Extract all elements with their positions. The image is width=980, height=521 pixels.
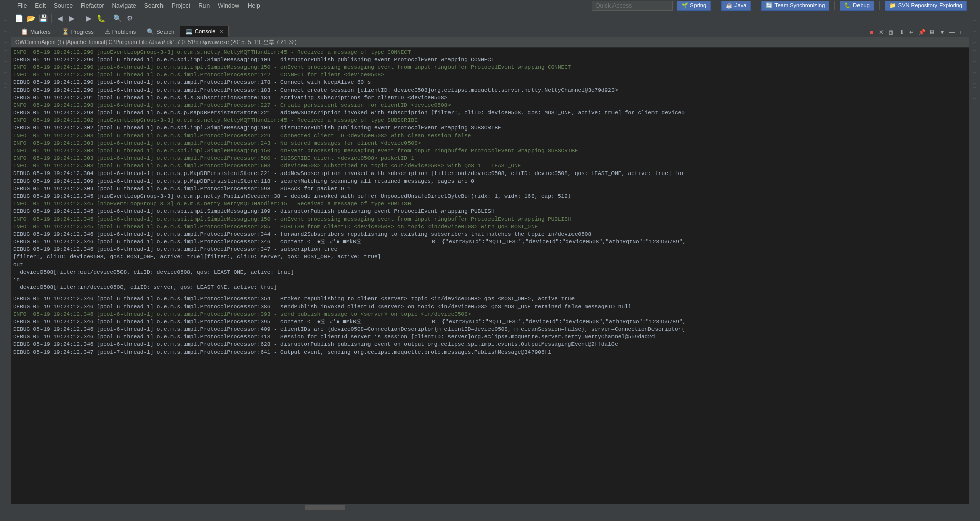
console-maximize-btn[interactable]: □: [958, 28, 967, 37]
tab-progress[interactable]: ⏳ Progress: [56, 26, 99, 37]
toolbar-btn-new[interactable]: 📄: [13, 13, 24, 24]
console-lines: INFO 05-19 19:24:12.290 [nioEventLoopGro…: [13, 49, 967, 356]
log-line: [filter:, cliID: device0508, qos: MOST_O…: [13, 253, 967, 261]
console-pin-btn[interactable]: 📌: [917, 28, 926, 37]
log-line: device0508[filter:out/device0508, cliID:…: [13, 269, 967, 276]
console-stop-btn[interactable]: ■: [867, 28, 876, 37]
horizontal-scrollbar[interactable]: [11, 504, 969, 510]
log-line: DEBUG 05-19 19:24:12.346 [pool-6-thread-…: [13, 303, 967, 311]
perspective-debug[interactable]: 🐛 Debug: [840, 1, 874, 11]
log-line: DEBUG 05-19 19:24:12.309 [pool-6-thread-…: [13, 178, 967, 185]
sidebar-icon-7[interactable]: ⬚: [1, 80, 11, 90]
log-line: DEBUG 05-19 19:24:12.346 [pool-6-thread-…: [13, 246, 967, 253]
toolbar-sep-1: [51, 14, 52, 23]
right-sidebar-icon-2[interactable]: ⬚: [970, 24, 980, 34]
console-icon: 💻: [185, 28, 193, 35]
console-scroll-btn[interactable]: ⬇: [897, 28, 906, 37]
sidebar-icon-6[interactable]: ⬚: [1, 69, 11, 79]
tab-console[interactable]: 💻 Console ✕: [180, 26, 229, 37]
log-line: DEBUG 05-19 19:24:12.346 [pool-6-thread-…: [13, 318, 967, 326]
log-line: INFO 05-19 19:24:12.345 [pool-6-thread-1…: [13, 215, 967, 223]
right-sidebar-icon-3[interactable]: ⬚: [970, 35, 980, 46]
tab-search[interactable]: 🔍 Search: [141, 26, 180, 37]
perspective-team-sync[interactable]: 🔄 Team Synchronizing: [761, 1, 829, 11]
log-line: DEBUG 05-19 19:24:12.346 [pool-6-thread-…: [13, 341, 967, 349]
log-line: DEBUG 05-19 19:24:12.290 [pool-6-thread-…: [13, 86, 967, 94]
right-sidebar-icon-7[interactable]: ⬚: [970, 80, 980, 90]
log-line: DEBUG 05-19 19:24:12.345 [nioEventLoopGr…: [13, 193, 967, 200]
menu-file[interactable]: File: [13, 1, 31, 10]
toolbar-btn-search[interactable]: 🔍: [112, 13, 123, 24]
tab-problems-label: Problems: [112, 29, 136, 35]
right-sidebar-icon-4[interactable]: ⬚: [970, 47, 980, 57]
log-line: INFO 05-19 19:24:12.303 [pool-6-thread-1…: [13, 147, 967, 155]
tabs-bar: 📋 Markers ⏳ Progress ⚠ Problems 🔍 Search…: [11, 25, 969, 37]
log-line: DEBUG 05-19 19:24:12.291 [pool-6-thread-…: [13, 94, 967, 102]
tab-console-label: Console: [195, 28, 215, 34]
toolbar-btn-settings[interactable]: ⚙: [124, 13, 135, 24]
perspective-spring[interactable]: 🌱 Spring: [677, 1, 711, 11]
progress-icon: ⏳: [62, 28, 69, 35]
sidebar-icon-1[interactable]: ⬚: [1, 13, 11, 23]
console-minimize-btn[interactable]: —: [948, 28, 957, 37]
sidebar-icon-2[interactable]: ⬚: [1, 24, 11, 34]
log-line: INFO 05-19 19:24:12.345 [pool-6-thread-1…: [13, 223, 967, 231]
toolbar-btn-forward[interactable]: ▶: [66, 13, 77, 24]
log-line: INFO 05-19 19:24:12.303 [pool-6-thread-1…: [13, 155, 967, 162]
window-title-bar: GWCommAgent (1) [Apache Tomcat] C:\Progr…: [11, 37, 969, 48]
sidebar-icon-5[interactable]: ⬚: [1, 58, 11, 68]
toolbar-btn-back[interactable]: ◀: [54, 13, 65, 24]
toolbar-btn-open[interactable]: 📂: [25, 13, 36, 24]
console-terminate-btn[interactable]: ✕: [877, 28, 886, 37]
perspective-svn[interactable]: 📁 SVN Repository Exploring: [885, 1, 967, 11]
menu-help[interactable]: Help: [243, 1, 264, 10]
tab-problems[interactable]: ⚠ Problems: [99, 26, 141, 37]
left-sidebar: ⬚ ⬚ ⬚ ⬚ ⬚ ⬚ ⬚: [0, 11, 11, 521]
perspective-separator-2: [756, 1, 756, 10]
log-line: DEBUG 05-19 19:24:12.302 [pool-6-thread-…: [13, 124, 967, 132]
log-line: INFO 05-19 19:24:12.345 [nioEventLoopGro…: [13, 200, 967, 208]
right-sidebar: ⬚ ⬚ ⬚ ⬚ ⬚ ⬚ ⬚ ⬚: [969, 11, 980, 521]
tab-markers-label: Markers: [30, 29, 51, 35]
toolbar-btn-save[interactable]: 💾: [37, 13, 49, 24]
console-open-console-btn[interactable]: 🖥: [927, 28, 936, 37]
menu-navigate[interactable]: Navigate: [108, 1, 140, 10]
log-line: DEBUG 05-19 19:24:12.346 [pool-6-thread-…: [13, 231, 967, 238]
console-menu-btn[interactable]: ▾: [937, 28, 947, 37]
sidebar-icon-3[interactable]: ⬚: [1, 35, 11, 46]
console-output-area[interactable]: INFO 05-19 19:24:12.290 [nioEventLoopGro…: [11, 48, 969, 509]
toolbar: 📄 📂 💾 ◀ ▶ ▶ 🐛 🔍 ⚙: [11, 11, 969, 25]
right-sidebar-icon-6[interactable]: ⬚: [970, 69, 980, 79]
perspective-separator: [716, 1, 716, 10]
menu-window[interactable]: Window: [214, 1, 243, 10]
menu-edit[interactable]: Edit: [31, 1, 50, 10]
log-line: INFO 05-19 19:24:12.303 [pool-6-thread-1…: [13, 162, 967, 170]
log-line: DEBUG 05-19 19:24:12.309 [pool-6-thread-…: [13, 185, 967, 193]
menu-refactor[interactable]: Refactor: [77, 1, 108, 10]
toolbar-btn-run[interactable]: ▶: [83, 13, 94, 24]
toolbar-sep-3: [109, 14, 109, 23]
log-line: DEBUG 05-19 19:24:12.347 [pool-7-thread-…: [13, 349, 967, 356]
menu-run[interactable]: Run: [194, 1, 214, 10]
console-word-wrap-btn[interactable]: ↵: [907, 28, 916, 37]
right-sidebar-icon-8[interactable]: ⬚: [970, 91, 980, 101]
tab-console-close[interactable]: ✕: [219, 29, 223, 34]
sidebar-icon-4[interactable]: ⬚: [1, 47, 11, 57]
log-line: DEBUG 05-19 19:24:12.304 [pool-6-thread-…: [13, 170, 967, 178]
tab-markers[interactable]: 📋 Markers: [15, 26, 56, 37]
quick-access-input[interactable]: [592, 1, 673, 11]
main-content: File Edit Source Refactor Navigate Searc…: [11, 0, 969, 509]
menu-search[interactable]: Search: [140, 1, 168, 10]
toolbar-btn-debug-run[interactable]: 🐛: [95, 13, 106, 24]
log-line: INFO 05-19 19:24:12.303 [pool-6-thread-1…: [13, 140, 967, 147]
log-line: DEBUG 05-19 19:24:12.346 [pool-6-thread-…: [13, 238, 967, 246]
menu-source[interactable]: Source: [50, 1, 77, 10]
perspective-java[interactable]: ☕ Java: [721, 1, 751, 11]
log-line: in: [13, 276, 967, 284]
horizontal-scrollbar-thumb[interactable]: [305, 505, 345, 510]
right-sidebar-icon-5[interactable]: ⬚: [970, 58, 980, 68]
menu-project[interactable]: Project: [168, 1, 194, 10]
console-clear-btn[interactable]: 🗑: [887, 28, 896, 37]
right-sidebar-icon-1[interactable]: ⬚: [970, 13, 980, 23]
tab-progress-label: Progress: [71, 29, 94, 35]
